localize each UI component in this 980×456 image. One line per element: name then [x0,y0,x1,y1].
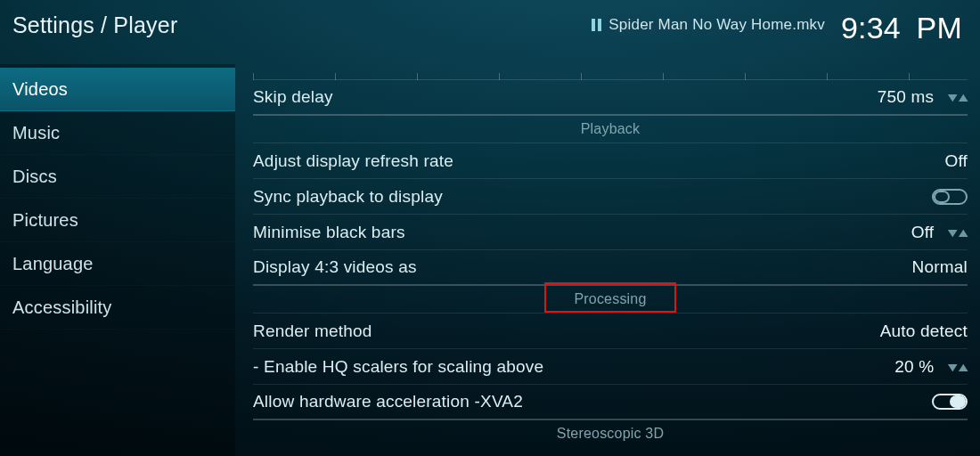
display-4-3-value: Normal [912,257,968,277]
settings-panel: Skip delay 750 ms ▼▲ Playback Adjust dis… [235,64,980,456]
now-playing[interactable]: Spider Man No Way Home.mkv [592,16,825,34]
scroll-tick-ruler [253,64,968,80]
setting-skip-delay[interactable]: Skip delay 750 ms ▼▲ [253,80,968,116]
sidebar-item-discs[interactable]: Discs [0,155,235,199]
section-header-playback: Playback [253,116,968,143]
sidebar-item-music[interactable]: Music [0,111,235,155]
setting-render-method[interactable]: Render method Auto detect [253,314,968,349]
settings-sidebar: Videos Music Discs Pictures Language Acc… [0,64,235,456]
setting-minimise-black-bars[interactable]: Minimise black bars Off ▼▲ [253,215,968,250]
sidebar-item-pictures[interactable]: Pictures [0,199,235,242]
hq-scalers-value: 20 % [894,357,934,377]
setting-hq-scalers[interactable]: - Enable HQ scalers for scaling above 20… [253,349,968,385]
sidebar-item-accessibility[interactable]: Accessibility [0,286,235,330]
now-playing-title: Spider Man No Way Home.mkv [608,16,825,34]
sidebar-item-language[interactable]: Language [0,242,235,286]
spinner-icon[interactable]: ▼▲ [946,226,968,239]
spinner-icon[interactable]: ▼▲ [946,91,968,103]
spinner-icon[interactable]: ▼▲ [946,361,968,373]
min-blackbars-value: Off [911,223,935,242]
section-header-processing: Processing [253,286,968,314]
section-header-stereo3d: Stereoscopic 3D [253,420,968,447]
adjust-refresh-value: Off [944,151,968,171]
clock: 9:34 PM [841,12,962,43]
breadcrumb: Settings / Player [12,12,177,38]
skip-delay-value: 750 ms [878,87,935,107]
sync-playback-toggle[interactable] [932,189,968,205]
render-method-value: Auto detect [880,322,968,341]
setting-adjust-refresh-rate[interactable]: Adjust display refresh rate Off [253,143,968,179]
hw-accel-toggle[interactable] [932,394,968,410]
setting-sync-playback[interactable]: Sync playback to display [253,179,968,215]
setting-display-4-3[interactable]: Display 4:3 videos as Normal [253,250,968,286]
setting-hw-accel[interactable]: Allow hardware acceleration -XVA2 [253,385,968,420]
sidebar-item-videos[interactable]: Videos [0,68,235,111]
pause-icon [592,19,601,31]
